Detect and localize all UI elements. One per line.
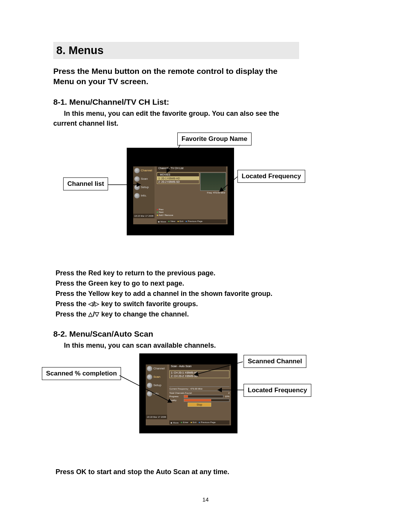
- svg-line-5: [119, 375, 171, 402]
- arrow-icon: [166, 145, 182, 174]
- menu-item-info: Info.: [133, 192, 155, 200]
- page-number: 14: [53, 496, 358, 503]
- section-heading-bar: 8. Menus: [53, 42, 299, 59]
- channel-row: 1: 20-1 KBWB-HD: [157, 177, 199, 180]
- channel-list-box: - MOVIES 1: 20-1 KBWB-HD 2: 20-2 KBWB-SD: [157, 173, 199, 184]
- status-time: 18:18 Mar 17 2008: [146, 415, 167, 419]
- quality-row: Quality: [169, 399, 229, 402]
- scan-icon: [134, 176, 140, 182]
- status-time: 18:15 Mar 17 2008: [133, 214, 155, 218]
- down-triangle-icon: ▽: [95, 310, 99, 319]
- figure-1: Favorite Group Name Located Frequency Ch…: [53, 133, 358, 262]
- callout-favorite-group: Favorite Group Name: [177, 133, 252, 145]
- stop-button: Stop: [188, 403, 211, 407]
- section-heading: 8. Menus: [56, 44, 104, 56]
- footer-bar: ◆ Move ■ View ■ Exit ■ Previous Page: [157, 219, 226, 224]
- arrow-icon: [118, 374, 173, 404]
- up-triangle-icon: △: [88, 310, 93, 319]
- svg-line-0: [167, 145, 180, 172]
- globe-icon: [147, 366, 152, 371]
- info-icon: [134, 193, 140, 198]
- globe-icon: [134, 168, 140, 173]
- callout-channel-list: Channel list: [63, 177, 108, 190]
- channel-row: 2: 20-2 KBWB-SD: [157, 180, 199, 184]
- color-key-hints: ■ Prev ■ Next ■ Add / Remove: [157, 208, 173, 217]
- arrow-icon: [217, 388, 245, 392]
- subsection-2-after: Press OK to start and stop the Auto Scan…: [56, 467, 358, 477]
- svg-line-1: [220, 177, 237, 191]
- footer-bar: ◆ Move ■ Enter ■ Exit ■ Previous Page: [169, 420, 229, 425]
- total-found-label: Total Channels Found:: [169, 392, 192, 394]
- subsection-1-title: 8-1. Menu/Channel/TV CH List:: [53, 97, 358, 107]
- subsection-2-title: 8-2. Menu/Scan/Auto Scan: [53, 329, 358, 339]
- arrow-icon: [108, 183, 142, 187]
- svg-line-3: [195, 362, 243, 375]
- arrow-icon: [193, 361, 244, 376]
- intro-paragraph: Press the Menu button on the remote cont…: [53, 66, 358, 87]
- menu-item-channel: Channel: [133, 166, 155, 175]
- left-triangle-icon: ◁: [88, 300, 93, 308]
- menu-item-channel: Channel: [146, 364, 167, 373]
- callout-located-frequency: Located Frequency: [237, 170, 305, 183]
- subsection-2-desc: In this menu, you can scan available cha…: [64, 341, 358, 350]
- figure-2: Scanned Channel Scanned % completion Loc…: [53, 353, 358, 460]
- progress-row: Progress 10%: [169, 395, 229, 398]
- callout-scanned-completion: Scanned % completion: [42, 367, 121, 380]
- menu-item-scan: Scan: [133, 175, 155, 183]
- arrow-icon: [219, 176, 239, 193]
- instructions-block: Press the Red key to return to the previ…: [56, 268, 358, 320]
- right-triangle-icon: ▷: [95, 300, 99, 308]
- callout-located-frequency-2: Located Frequency: [244, 384, 311, 397]
- subsection-1-desc: In this menu, you can edit the favorite …: [64, 109, 358, 118]
- callout-scanned-channel: Scanned Channel: [244, 355, 306, 368]
